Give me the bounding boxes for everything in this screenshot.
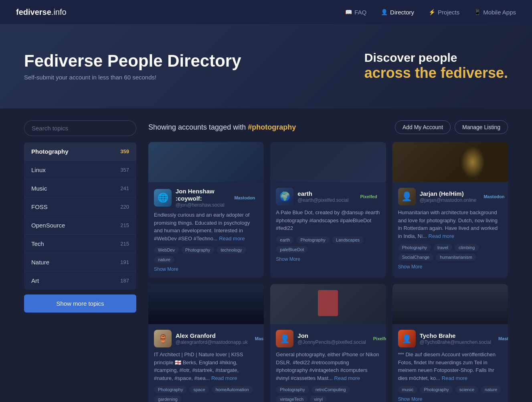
card-tag[interactable]: humanitarianism bbox=[436, 254, 476, 261]
card-handle: @jon@henshaw.social bbox=[176, 202, 227, 208]
card-tag[interactable]: WebDev bbox=[154, 246, 179, 254]
search-input[interactable] bbox=[24, 120, 136, 136]
card-tag[interactable]: travel bbox=[433, 244, 452, 251]
show-more-topics-button[interactable]: Show more topics bbox=[24, 294, 136, 313]
card-avatar-row: 👤 Tycho Brahe @TychoBrahe@muenchen.socia… bbox=[398, 330, 502, 347]
topic-tag[interactable]: #photography bbox=[248, 123, 296, 131]
topic-item[interactable]: Music 241 bbox=[24, 179, 136, 198]
card-tag[interactable]: science bbox=[455, 386, 478, 393]
card-tag[interactable]: Photography bbox=[296, 236, 329, 244]
user-card: 🏺 Alex Granford @alexgranford@mastodonap… bbox=[148, 284, 264, 402]
content-header: Showing accounts tagged with #photograph… bbox=[148, 120, 508, 134]
read-more-link[interactable]: Read more bbox=[219, 236, 245, 242]
card-handle: @alexgranford@mastodonapp.uk bbox=[176, 339, 248, 345]
card-tag[interactable]: technology bbox=[216, 246, 246, 254]
topic-count: 215 bbox=[120, 241, 129, 247]
read-more-link[interactable]: Read more bbox=[334, 375, 360, 381]
card-tag[interactable]: gardening bbox=[154, 396, 182, 402]
card-tag[interactable]: paleBlueDot bbox=[276, 246, 308, 253]
card-identity: Jon Henshaw :coywolf: @jon@henshaw.socia… bbox=[176, 188, 227, 208]
avatar: 🏺 bbox=[154, 330, 172, 347]
show-more-tags-link[interactable]: Show More bbox=[398, 264, 502, 270]
card-name: Alex Granford bbox=[176, 332, 248, 339]
nav-projects-label: Projects bbox=[438, 9, 459, 16]
card-tag[interactable]: Photography bbox=[181, 246, 214, 254]
read-more-link[interactable]: Read more bbox=[442, 375, 467, 381]
topic-item[interactable]: OpenSource 215 bbox=[24, 216, 136, 235]
topic-name: Photography bbox=[31, 148, 69, 155]
nav-faq[interactable]: 📖 FAQ bbox=[345, 9, 366, 16]
topic-item[interactable]: FOSS 220 bbox=[24, 198, 136, 216]
topic-item[interactable]: Nature 191 bbox=[24, 253, 136, 272]
avatar: 👤 bbox=[398, 188, 416, 205]
platform-badge: Mastodon bbox=[231, 194, 258, 201]
card-avatar-row: 👤 Jon @JonnyPencils@pixelfed.social Pixe… bbox=[276, 330, 380, 347]
nav-projects[interactable]: ⚡ Projects bbox=[429, 9, 459, 16]
card-tags: Photography retroComputing vintageTech v… bbox=[276, 386, 380, 402]
card-tag[interactable]: Photography bbox=[398, 244, 431, 251]
brand-logo[interactable]: fediverse.info bbox=[16, 8, 67, 17]
card-cover bbox=[270, 284, 386, 324]
platform-badge: Mastodon bbox=[495, 335, 508, 342]
card-body: 🏺 Alex Granford @alexgranford@mastodonap… bbox=[148, 324, 264, 402]
card-name: Jon bbox=[297, 332, 366, 339]
card-name: Jarjan (He/Him) bbox=[420, 190, 477, 197]
card-tag[interactable]: vintageTech bbox=[276, 396, 307, 402]
nav-directory[interactable]: 👤 Directory bbox=[381, 9, 414, 16]
topic-item[interactable]: Photography 359 bbox=[24, 142, 136, 161]
card-tag[interactable]: vinyl bbox=[310, 396, 327, 402]
card-name: earth bbox=[297, 190, 348, 197]
card-tag[interactable]: music bbox=[398, 386, 418, 393]
card-handle: @JonnyPencils@pixelfed.social bbox=[297, 339, 366, 345]
card-handle: @jarjan@mastodon.online bbox=[420, 197, 477, 203]
topic-item[interactable]: Linux 357 bbox=[24, 161, 136, 179]
card-tags: Photography travel climbing SocialChange… bbox=[398, 244, 502, 261]
topic-name: OpenSource bbox=[31, 222, 65, 229]
card-tag[interactable]: homeAutomation bbox=[212, 386, 253, 393]
hero-left: Fediverse People Directory Self-submit y… bbox=[24, 52, 241, 80]
topic-name: Tech bbox=[31, 240, 44, 247]
topic-count: 220 bbox=[120, 204, 129, 210]
nav-mobile-apps-label: Mobile Apps bbox=[483, 9, 516, 16]
nav-links: 📖 FAQ 👤 Directory ⚡ Projects 📱 Mobile Ap… bbox=[345, 9, 516, 16]
show-more-tags-link[interactable]: Show More bbox=[398, 396, 502, 402]
user-card: 👤 Tycho Brahe @TychoBrahe@muenchen.socia… bbox=[392, 284, 508, 402]
platform-badge: Pixelfed bbox=[357, 193, 380, 200]
manage-listing-button[interactable]: Manage Listing bbox=[455, 120, 508, 134]
card-cover bbox=[148, 142, 264, 182]
user-card: 👤 Jon @JonnyPencils@pixelfed.social Pixe… bbox=[270, 284, 386, 402]
card-tag[interactable]: nature bbox=[154, 256, 174, 263]
card-avatar-row: 🌍 earth @earth@pixelfed.social Pixelfed bbox=[276, 188, 380, 205]
topic-item[interactable]: Art 187 bbox=[24, 272, 136, 290]
header-actions: Add My Account Manage Listing bbox=[395, 120, 508, 134]
topic-item[interactable]: Tech 215 bbox=[24, 235, 136, 253]
show-more-tags-link[interactable]: Show More bbox=[276, 256, 380, 262]
card-tag[interactable]: climbing bbox=[455, 244, 479, 251]
card-tags: Photography space homeAutomation gardeni… bbox=[154, 386, 258, 402]
add-account-button[interactable]: Add My Account bbox=[395, 120, 451, 134]
card-body: 🌍 earth @earth@pixelfed.social Pixelfed … bbox=[270, 182, 386, 268]
card-avatar-row: 👤 Jarjan (He/Him) @jarjan@mastodon.onlin… bbox=[398, 188, 502, 205]
card-tag[interactable]: Photography bbox=[420, 386, 453, 393]
card-name: Jon Henshaw :coywolf: bbox=[176, 188, 227, 202]
avatar: 👤 bbox=[276, 330, 293, 347]
read-more-link[interactable]: Read more bbox=[429, 233, 454, 239]
card-tag[interactable]: SocialChange bbox=[398, 254, 434, 261]
nav-mobile-apps[interactable]: 📱 Mobile Apps bbox=[474, 9, 516, 16]
card-tag[interactable]: space bbox=[189, 386, 209, 393]
user-card: 🌐 Jon Henshaw :coywolf: @jon@henshaw.soc… bbox=[148, 142, 264, 278]
show-more-tags-link[interactable]: Show More bbox=[154, 266, 258, 272]
read-more-link[interactable]: Read more bbox=[211, 375, 237, 381]
card-identity: Tycho Brahe @TychoBrahe@muenchen.social bbox=[420, 332, 491, 345]
card-tag[interactable]: nature bbox=[481, 386, 501, 393]
card-tags: music Photography science nature bbox=[398, 386, 502, 393]
hero-right: Discover people across the fediverse. bbox=[364, 51, 508, 81]
user-card: 👤 Jarjan (He/Him) @jarjan@mastodon.onlin… bbox=[392, 142, 508, 278]
card-tag[interactable]: Photography bbox=[276, 386, 309, 393]
card-tag[interactable]: Landscapes bbox=[332, 236, 364, 244]
card-tag[interactable]: Photography bbox=[154, 386, 187, 393]
user-card: 🌍 earth @earth@pixelfed.social Pixelfed … bbox=[270, 142, 386, 278]
card-tag[interactable]: earth bbox=[276, 236, 294, 244]
topic-count: 191 bbox=[120, 259, 129, 265]
card-tag[interactable]: retroComputing bbox=[312, 386, 350, 393]
